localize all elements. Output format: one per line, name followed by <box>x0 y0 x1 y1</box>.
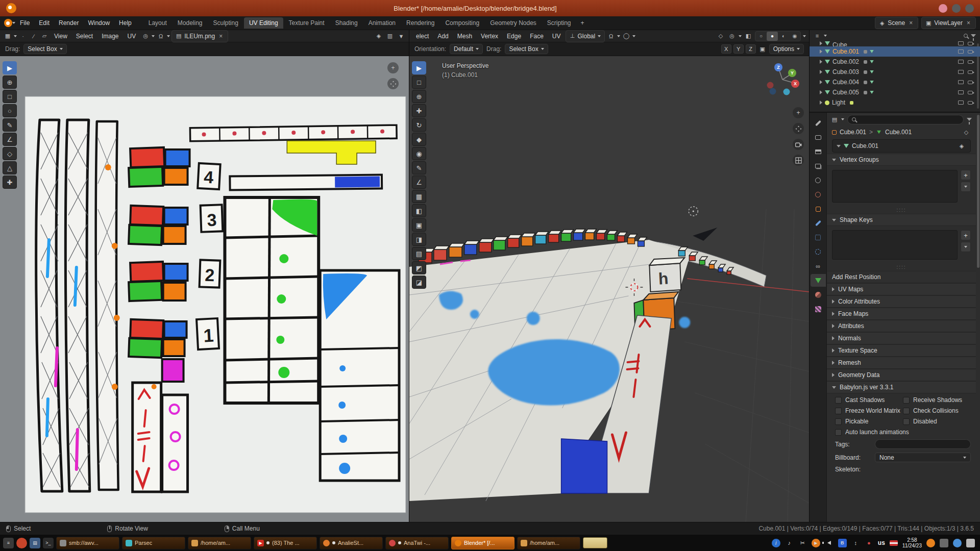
checkbox-icon[interactable] <box>835 408 842 414</box>
checkbox-icon[interactable] <box>835 429 842 436</box>
properties-filter-icon[interactable] <box>967 118 972 121</box>
tab-scene[interactable] <box>811 174 826 187</box>
camera-visibility-icon[interactable] <box>968 42 973 45</box>
outliner-item-cube-002[interactable]: Cube.002 <box>810 57 980 67</box>
disclosure-triangle-icon[interactable] <box>820 70 822 74</box>
uv-select-edge-icon[interactable]: ∕ <box>29 32 38 41</box>
tab-shading[interactable]: Shading <box>330 17 363 29</box>
shading-material-icon[interactable]: ◐ <box>778 32 789 41</box>
vp-poly-build-tool[interactable]: ◪ <box>412 276 426 289</box>
monitor-visibility-icon[interactable] <box>958 60 964 64</box>
taskbar-window-smb[interactable]: smb://awv... <box>56 537 119 549</box>
uv-snap-icon[interactable]: Ω <box>156 32 165 41</box>
relax-tool[interactable]: ◇ <box>3 147 17 160</box>
monitor-visibility-icon[interactable] <box>958 49 964 54</box>
uv-canvas[interactable]: ▶ ⊕ □ ○ ✎ ∠ ◇ △ ✚ + <box>0 56 409 522</box>
vp-zoom-icon[interactable]: + <box>793 107 804 118</box>
vp-extrude-tool[interactable]: ◧ <box>412 204 426 217</box>
tab-rendering[interactable]: Rendering <box>401 17 439 29</box>
tab-layout[interactable]: Layout <box>143 17 172 29</box>
uv-select-face-icon[interactable]: ▱ <box>40 32 49 41</box>
vp-rotate-tool[interactable]: ↻ <box>412 118 426 132</box>
update-tray-icon[interactable] <box>953 539 962 547</box>
panel-normals[interactable]: Normals <box>827 332 976 344</box>
checkbox-icon[interactable] <box>835 397 842 404</box>
tab-sculpting[interactable]: Sculpting <box>208 17 243 29</box>
monitor-visibility-icon[interactable] <box>958 41 964 45</box>
menu-render[interactable]: Render <box>54 17 83 29</box>
shape-key-specials-button[interactable] <box>961 242 971 252</box>
orientation-default-dropdown[interactable]: Default <box>450 44 483 54</box>
mesh-data-icon[interactable] <box>870 50 874 53</box>
tags-input[interactable] <box>875 439 971 449</box>
image-datablock[interactable]: ▤ ILEUm.png × <box>172 30 228 42</box>
proportional-edit-icon[interactable]: ◯ <box>622 32 631 41</box>
snap-options-icon[interactable]: ▣ <box>758 44 767 54</box>
image-browse-icon[interactable]: ▤ <box>176 32 182 41</box>
vp-measure-tool[interactable]: ∠ <box>412 176 426 189</box>
checkbox-icon[interactable] <box>835 418 842 425</box>
camera-visibility-icon[interactable] <box>968 91 973 94</box>
vp-menu-vertex[interactable]: Vertex <box>477 31 502 41</box>
options-dropdown[interactable]: Options <box>769 44 804 54</box>
disclosure-triangle-icon[interactable] <box>820 60 822 64</box>
add-rest-position-button[interactable]: Add Rest Position <box>827 271 976 283</box>
vp-drag-mode-dropdown[interactable]: Select Box <box>505 44 548 54</box>
vp-inset-tool[interactable]: ▣ <box>412 218 426 232</box>
vp-menu-select[interactable]: elect <box>412 31 432 41</box>
notify-icon[interactable]: i <box>772 539 780 547</box>
blender-menu-icon[interactable] <box>4 19 12 27</box>
tab-physics[interactable] <box>811 245 826 258</box>
vp-scale-tool[interactable]: ◆ <box>412 133 426 146</box>
vp-bevel-tool[interactable]: ◨ <box>412 233 426 246</box>
panel-face-maps[interactable]: Face Maps <box>827 308 976 320</box>
tweak-select-tool[interactable]: ▶ <box>3 61 17 74</box>
tab-scripting[interactable]: Scripting <box>542 17 576 29</box>
taskbar-window-home-1[interactable]: /home/am... <box>188 537 251 549</box>
pinch-tool[interactable]: △ <box>3 161 17 174</box>
user-tray-icon[interactable] <box>966 539 975 547</box>
outliner-item-light[interactable]: Light <box>810 97 980 108</box>
panel-resize-grip[interactable]: :::: <box>827 265 976 270</box>
checkbox-cast-shadows[interactable]: Cast Shadows <box>835 396 903 404</box>
tab-output[interactable] <box>811 145 826 158</box>
outliner-filter-icon[interactable] <box>971 34 976 37</box>
vertex-groups-list[interactable] <box>832 170 958 203</box>
select-box-tool[interactable]: □ <box>3 90 17 103</box>
tab-compositing[interactable]: Compositing <box>440 17 484 29</box>
modifier-icon[interactable] <box>864 60 867 64</box>
tab-object[interactable] <box>811 203 826 215</box>
tab-modeling[interactable]: Modeling <box>173 17 208 29</box>
disclosure-triangle-icon[interactable] <box>820 90 822 94</box>
vp-ortho-grid-icon[interactable] <box>793 155 804 166</box>
checkbox-auto-launch-animations[interactable]: Auto launch animations <box>835 429 971 436</box>
mesh-name-field[interactable]: Cube.001 ◈ <box>832 139 971 153</box>
menu-help[interactable]: Help <box>114 17 136 29</box>
vp-move-tool[interactable]: ✚ <box>412 104 426 117</box>
tab-material[interactable] <box>811 288 826 301</box>
taskbar-window-home-2[interactable]: /home/am... <box>517 537 580 549</box>
volume-icon[interactable] <box>825 539 834 547</box>
tab-geometry-nodes[interactable]: Geometry Nodes <box>485 17 542 29</box>
snap-magnet-icon[interactable]: Ω <box>606 32 616 41</box>
viewport-3d-scene[interactable]: h <box>409 56 809 522</box>
terminal-icon[interactable]: >_ <box>43 538 54 548</box>
checkbox-icon[interactable] <box>903 408 910 414</box>
show-gizmo-icon[interactable]: ◇ <box>716 32 725 41</box>
mesh-data-icon[interactable] <box>870 60 874 63</box>
player-icon[interactable]: ▶ <box>812 539 820 547</box>
checkbox-disabled[interactable]: Disabled <box>903 418 971 425</box>
tab-animation[interactable]: Animation <box>363 17 401 29</box>
vp-menu-uv[interactable]: UV <box>549 31 565 41</box>
properties-scrollbar[interactable] <box>977 115 979 268</box>
checkbox-icon[interactable] <box>903 397 910 404</box>
panel-uv-maps[interactable]: UV Maps <box>827 283 976 295</box>
tab-modifiers[interactable] <box>811 217 826 230</box>
measure-tool[interactable]: ∠ <box>3 133 17 146</box>
monitor-visibility-icon[interactable] <box>958 80 964 84</box>
uv-select-vertex-icon[interactable]: · <box>18 32 28 41</box>
network-icon[interactable]: ↕ <box>851 539 860 547</box>
taskbar-window-anatwi[interactable]: AnaTwi -... <box>385 537 449 549</box>
tab-uv-editing[interactable]: UV Editing <box>244 17 283 29</box>
vp-knife-tool[interactable]: ◩ <box>412 261 426 274</box>
